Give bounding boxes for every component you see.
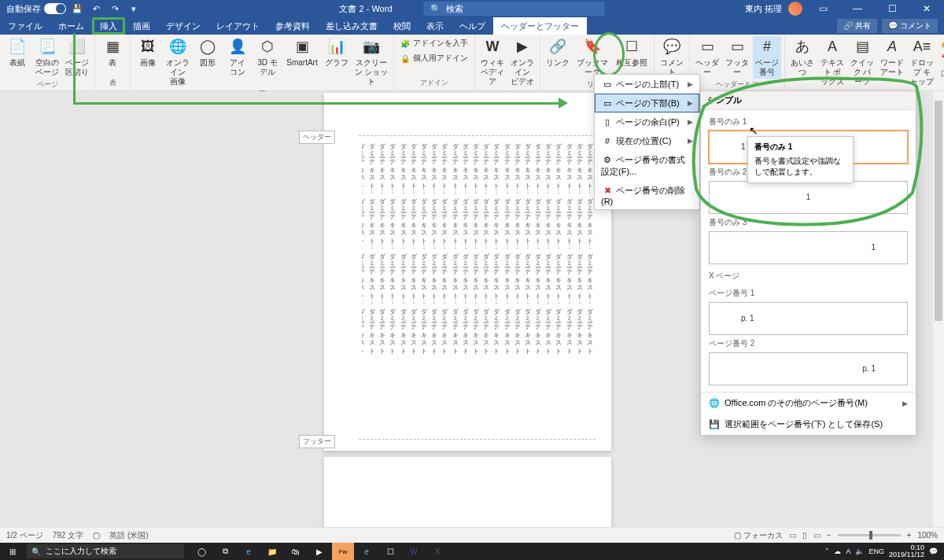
tab-insert[interactable]: 挿入 [92,17,125,35]
gallery-item-page-1[interactable]: ページ番号 1 p. 1 [709,288,908,335]
taskbar-search[interactable]: 🔍 ここに入力して検索 [27,544,184,558]
tray-onedrive-icon[interactable]: ☁ [834,547,841,555]
save-icon[interactable]: 💾 [69,1,85,17]
zoom-slider[interactable] [838,534,901,536]
gallery-save-selection[interactable]: 💾選択範囲をページ番号(下) として保存(S) [701,414,916,435]
cover-page-button[interactable]: 📄表紙 [3,36,31,69]
blank-page-button[interactable]: 📃空白の ページ [33,36,61,79]
view-print-icon[interactable]: ▯ [802,531,807,540]
shapes-button[interactable]: ◯図形 [194,36,222,69]
date-time-button[interactable]: 📅 日付と時刻 [938,51,944,65]
menu-top-of-page[interactable]: ▭ ページの上部(T)▶ [595,75,699,94]
page-break-button[interactable]: ⬜ページ 区切り [63,36,91,79]
icons-button[interactable]: 👤アイ コン [223,36,252,79]
online-video-button[interactable]: ▶オンライン ビデオ [508,36,537,88]
tab-layout[interactable]: レイアウト [208,17,267,35]
view-readmode-icon[interactable]: ▭ [789,531,796,540]
status-spellcheck-icon[interactable]: ▢ [93,531,100,540]
screenshot-button[interactable]: 📷スクリーン ショット [352,36,390,88]
tab-draw[interactable]: 描画 [125,17,158,35]
tray-lang[interactable]: ENG [868,547,884,555]
cortana-icon[interactable]: ◯ [190,543,212,560]
menu-remove-page-numbers[interactable]: ✖ ページ番号の削除(R) [595,181,699,209]
media-icon[interactable]: ▶ [308,543,330,560]
textbox-button[interactable]: Aテキスト ボックス [818,36,846,88]
gallery-item-page-2[interactable]: ページ番号 2 p. 1 [709,338,908,385]
footer-button[interactable]: ▭フッター [723,36,751,79]
share-button[interactable]: 🔗 共有 [837,19,877,33]
tab-references[interactable]: 参考資料 [267,17,318,35]
header-button[interactable]: ▭ヘッダー [693,36,721,79]
maximize-button[interactable]: ☐ [878,0,906,17]
tab-mailings[interactable]: 差し込み文書 [318,17,385,35]
wikipedia-button[interactable]: Wウィキ ペディア [478,36,507,88]
edge-icon[interactable]: e [238,543,260,560]
close-button[interactable]: ✕ [913,0,941,17]
my-addins-button[interactable]: 🔒 個人用アドイン [397,51,471,65]
menu-page-margins[interactable]: ▯ ページの余白(P)▶ [595,112,699,131]
cross-reference-button[interactable]: ☐相互参照 [613,36,651,69]
status-page[interactable]: 1/2 ページ [6,530,43,541]
status-language[interactable]: 英語 (米国) [109,530,148,541]
quick-parts-button[interactable]: ▤クイック パーツ [848,36,876,88]
zoom-in-icon[interactable]: + [907,531,912,540]
3d-models-button[interactable]: ⬡3D モデル [253,36,282,79]
zoom-out-icon[interactable]: − [827,531,832,540]
pictures-button[interactable]: 🖼画像 [134,36,162,69]
link-button[interactable]: 🔗リンク [544,36,572,69]
signature-line-button[interactable]: ✍ 署名欄 [938,36,944,50]
tab-review[interactable]: 校閲 [385,17,419,35]
dropcap-button[interactable]: A≡ドロップ キャップ [908,36,936,88]
tray-network-icon[interactable]: 🔈 [855,547,864,555]
tray-ime-icon[interactable]: A [846,547,850,555]
online-pictures-button[interactable]: 🌐オンライン 画像 [164,36,192,88]
comment-button[interactable]: 💬コメント [658,36,686,79]
gallery-more-office[interactable]: 🌐Office.com のその他のページ番号(M)▶ [701,392,916,414]
zoom-level[interactable]: 100% [917,531,938,540]
qat-dropdown-icon[interactable]: ▾ [126,1,142,17]
get-addins-button[interactable]: 🧩 アドインを入手 [397,36,471,50]
undo-icon[interactable]: ↶ [88,1,104,17]
explorer-icon[interactable]: 📁 [261,543,283,560]
tray-notifications-icon[interactable]: 💬 [929,547,938,555]
gallery-item-plain-3[interactable]: 番号のみ 3 1 [709,217,908,264]
focus-mode-button[interactable]: ▢ フォーカス [734,530,783,541]
view-web-icon[interactable]: ▭ [813,531,820,540]
menu-bottom-of-page[interactable]: ▭ ページの下部(B)▶ [595,94,699,112]
menu-format-page-numbers[interactable]: ⚙ ページ番号の書式設定(F)... [595,150,699,181]
fw-icon[interactable]: Fw [332,543,354,560]
app-icon[interactable]: ☐ [379,543,401,560]
chart-button[interactable]: 📊グラフ [323,36,351,69]
page-number-button[interactable]: #ページ 番号 [753,36,781,79]
minimize-button[interactable]: — [843,0,872,17]
tray-date[interactable]: 2019/11/12 [889,551,924,558]
tab-design[interactable]: デザイン [158,17,208,35]
search-box[interactable]: 🔍 検索 [424,2,605,16]
tab-home[interactable]: ホーム [50,17,92,35]
taskview-icon[interactable]: ⧉ [214,543,236,560]
greeting-button[interactable]: ああいさつ [788,36,817,79]
ribbon-display-icon[interactable]: ▭ [809,0,837,17]
page-2[interactable] [324,457,611,527]
page-1[interactable]: ヘッダー フッター ダミーテキスト：ダミーテキスト：ダミーテキスト：ダミーテキス… [324,93,611,451]
vertical-scrollbar[interactable] [933,91,944,527]
tray-up-icon[interactable]: ˄ [825,547,829,555]
comments-button[interactable]: 💬 コメント [882,19,938,33]
word-icon[interactable]: W [403,543,425,560]
smartart-button[interactable]: ▣SmartArt [283,36,321,69]
bookmark-button[interactable]: 🔖ブックマーク [573,36,611,79]
ie-icon[interactable]: e [356,543,378,560]
table-button[interactable]: ▦表 [98,36,127,69]
tab-file[interactable]: ファイル [0,17,50,35]
excel-icon[interactable]: X [426,543,448,560]
wordart-button[interactable]: Aワード アート [878,36,906,79]
tab-help[interactable]: ヘルプ [452,17,493,35]
object-button[interactable]: ☐ オブジェクト [938,66,944,80]
menu-current-position[interactable]: # 現在の位置(C)▶ [595,131,699,150]
store-icon[interactable]: 🛍 [285,543,307,560]
autosave-toggle[interactable] [44,3,66,14]
redo-icon[interactable]: ↷ [107,1,123,17]
tab-view[interactable]: 表示 [419,17,452,35]
user-avatar[interactable] [788,2,802,16]
tab-header-footer[interactable]: ヘッダーとフッター [493,17,587,35]
